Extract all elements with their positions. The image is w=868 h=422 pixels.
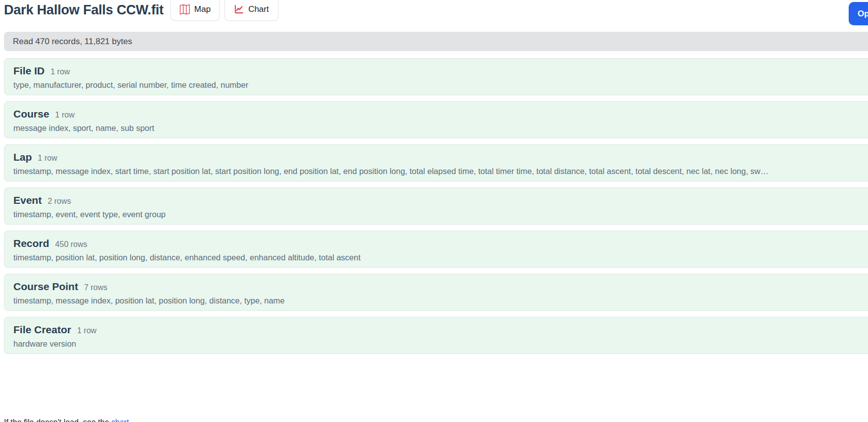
section-fields: hardware version [13,338,770,350]
card-header: Course 1 row [13,107,868,121]
section-name: Record [13,237,49,250]
section-card-record[interactable]: Record 450 rows timestamp, position lat,… [4,231,868,268]
footer-chart-link[interactable]: chart [111,418,129,422]
map-icon [180,4,190,14]
section-card-lap[interactable]: Lap 1 row timestamp, message index, star… [4,144,868,181]
card-header: File ID 1 row [13,64,868,78]
section-card-course[interactable]: Course 1 row message index, sport, name,… [4,101,868,138]
status-bar: Read 470 records, 11,821 bytes [4,32,868,51]
card-header: Lap 1 row [13,150,868,165]
section-row-count: 450 rows [55,238,87,251]
section-card-file-id[interactable]: File ID 1 row type, manufacturer, produc… [4,58,868,95]
section-fields: timestamp, message index, start time, st… [13,166,770,177]
section-name: Lap [13,150,32,164]
footer-text: If the file doesn't load, see the [4,418,111,422]
section-name: Course [13,107,49,121]
map-button-label: Map [194,4,211,14]
section-row-count: 1 row [51,65,70,78]
map-button[interactable]: Map [170,0,220,21]
section-name: File ID [13,64,45,77]
view-buttons: Map Chart [170,0,278,21]
page-title: Dark Hallow Falls CCW.fit [4,0,163,18]
chart-button[interactable]: Chart [224,0,278,21]
section-row-count: 1 row [55,108,74,121]
section-fields: timestamp, message index, position lat, … [13,295,770,306]
card-header: File Creator 1 row [13,323,868,337]
section-fields: timestamp, position lat, position long, … [13,252,770,263]
section-fields: type, manufacturer, product, serial numb… [13,79,770,91]
section-card-course-point[interactable]: Course Point 7 rows timestamp, message i… [4,274,868,311]
section-list: File ID 1 row type, manufacturer, produc… [0,58,868,354]
fit-file-viewer-page: Dark Hallow Falls CCW.fit Map Chart [0,0,868,422]
section-name: Event [13,193,42,207]
footer-hint: If the file doesn't load, see the chart [4,418,864,422]
card-header: Course Point 7 rows [13,280,868,294]
section-name: Course Point [13,280,78,293]
section-row-count: 7 rows [84,281,108,294]
section-fields: timestamp, event, event type, event grou… [13,209,770,220]
open-file-button[interactable]: Open [849,2,868,25]
section-name: File Creator [13,323,71,336]
card-header: Record 450 rows [13,237,868,251]
section-row-count: 1 row [38,151,57,165]
chart-icon [234,4,244,14]
card-header: Event 2 rows [13,193,868,208]
chart-button-label: Chart [248,4,269,14]
section-row-count: 1 row [77,324,97,337]
status-text: Read 470 records, 11,821 bytes [13,37,132,47]
header: Dark Hallow Falls CCW.fit Map Chart [0,0,868,28]
section-fields: message index, sport, name, sub sport [13,122,770,134]
section-card-file-creator[interactable]: File Creator 1 row hardware version [4,317,868,354]
section-row-count: 2 rows [48,194,71,208]
section-card-event[interactable]: Event 2 rows timestamp, event, event typ… [4,187,868,225]
